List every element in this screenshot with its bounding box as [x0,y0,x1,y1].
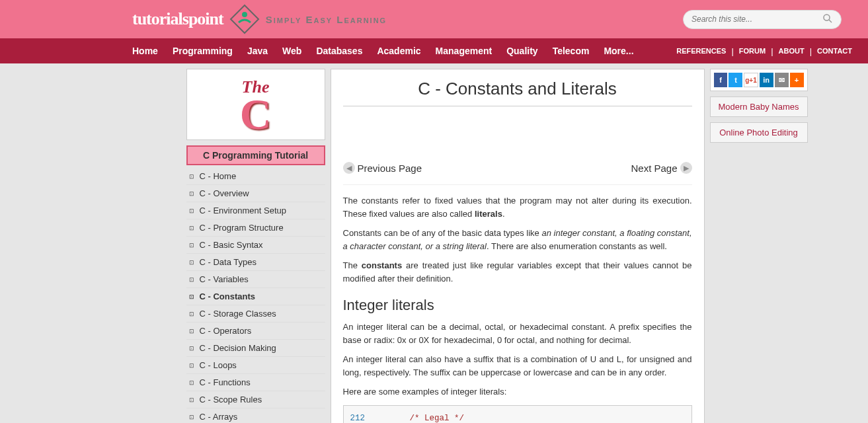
paragraph: The constants are treated just like regu… [343,259,692,285]
ad-space [343,112,692,158]
nav-item[interactable]: Web [282,46,301,56]
page-title: C - Constants and Literals [343,79,692,99]
site-logo-text[interactable]: tutorialspoint [132,9,223,29]
sidebar-item[interactable]: C - Home [186,168,325,185]
sidebar-logo-main: C [240,97,272,132]
nav-item[interactable]: Home [132,46,158,56]
search-icon[interactable] [822,13,833,26]
sidebar-item[interactable]: C - Functions [186,374,325,391]
site-logo-icon [227,2,262,36]
nav-right-link[interactable]: FORUM [739,47,766,55]
twitter-icon[interactable]: t [729,73,742,87]
next-icon: ▶ [680,162,692,174]
sidebar-heading: C Programming Tutorial [186,145,325,165]
nav-right-link[interactable]: CONTACT [817,47,852,55]
paragraph: An integer literal can be a decimal, oct… [343,321,692,346]
googleplus-icon[interactable]: g+1 [744,73,758,87]
next-page-link[interactable]: Next Page▶ [631,162,691,174]
prev-page-link[interactable]: ◀Previous Page [343,162,422,174]
paragraph: Constants can be of any of the basic dat… [343,227,692,252]
nav-item[interactable]: Telecom [553,46,590,56]
title-divider [343,106,692,106]
sidebar-item[interactable]: C - Data Types [186,254,325,271]
sidebar-item[interactable]: C - Variables [186,271,325,288]
svg-point-2 [824,15,830,20]
paragraph: The constants refer to fixed values that… [343,194,692,220]
more-share-icon[interactable]: + [790,73,804,87]
main-nav: HomeProgrammingJavaWebDatabasesAcademicM… [0,38,868,63]
svg-line-3 [829,20,832,22]
nav-item[interactable]: Java [247,46,268,56]
share-buttons: f t g+1 in ✉ + [710,69,808,91]
facebook-icon[interactable]: f [714,73,728,87]
nav-right-link[interactable]: REFERENCES [676,47,726,55]
nav-item[interactable]: More... [604,46,633,56]
search-input[interactable] [691,15,822,24]
search-box [683,10,842,29]
email-icon[interactable]: ✉ [775,73,789,87]
prev-icon: ◀ [343,162,355,174]
linkedin-icon[interactable]: in [760,73,773,87]
nav-item[interactable]: Databases [316,46,362,56]
sidebar-item[interactable]: C - Scope Rules [186,391,325,408]
sidebar: The C C Programming Tutorial C - HomeC -… [186,69,325,423]
header: tutorialspoint Simply Easy Learning [0,0,868,38]
nav-right-link[interactable]: ABOUT [779,47,805,55]
tagline: Simply Easy Learning [266,14,387,25]
promo-link[interactable]: Modern Baby Names [710,96,808,117]
sidebar-logo: The C [186,69,325,140]
pager: ◀Previous Page Next Page▶ [343,158,692,185]
sidebar-item[interactable]: C - Arrays [186,408,325,423]
sidebar-item[interactable]: C - Decision Making [186,340,325,357]
nav-item[interactable]: Quality [506,46,537,56]
sidebar-item[interactable]: C - Loops [186,357,325,374]
right-column: f t g+1 in ✉ + Modern Baby NamesOnline P… [710,69,808,423]
paragraph: An integer literal can also have a suffi… [343,353,692,379]
promo-link[interactable]: Online Photo Editing [710,122,808,143]
sidebar-item[interactable]: C - Storage Classes [186,305,325,323]
sidebar-item[interactable]: C - Constants [186,288,325,305]
section-heading: Integer literals [343,297,692,314]
code-block: 212 /* Legal */ 215u /* Legal */ 0xFeeL … [343,405,692,424]
sidebar-item[interactable]: C - Operators [186,323,325,340]
sidebar-item[interactable]: C - Overview [186,185,325,202]
nav-item[interactable]: Programming [173,46,233,56]
nav-item[interactable]: Management [436,46,493,56]
sidebar-item[interactable]: C - Environment Setup [186,202,325,219]
svg-point-1 [242,12,247,17]
paragraph: Here are some examples of integer litera… [343,385,692,399]
sidebar-item[interactable]: C - Basic Syntax [186,237,325,254]
sidebar-item[interactable]: C - Program Structure [186,219,325,237]
main-content: C - Constants and Literals ◀Previous Pag… [331,69,705,423]
nav-item[interactable]: Academic [377,46,420,56]
